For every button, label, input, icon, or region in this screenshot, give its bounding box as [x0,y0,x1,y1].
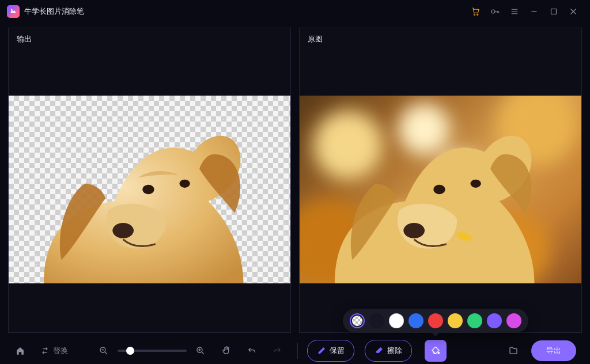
home-button[interactable] [9,340,31,362]
erase-label: 擦除 [387,346,402,356]
svg-point-10 [470,180,481,188]
background-color-control [425,340,447,362]
output-label: 输出 [9,28,290,47]
svg-point-6 [142,185,154,194]
undo-button[interactable] [241,340,263,362]
export-button[interactable]: 导出 [531,340,576,361]
maximize-button[interactable] [544,2,563,21]
svg-point-13 [437,352,440,354]
svg-point-3 [491,10,495,13]
folder-button[interactable] [502,340,524,362]
background-color-button[interactable] [425,340,447,362]
toolbar-divider [297,343,298,359]
svg-point-5 [112,223,134,238]
cart-icon[interactable] [466,2,485,21]
svg-rect-4 [551,9,557,14]
app-logo [7,5,20,18]
svg-point-0 [11,9,12,10]
bottom-toolbar: 替换 保留 擦除 [0,333,590,364]
svg-point-8 [403,223,425,238]
output-pane: 输出 [8,28,291,333]
zoom-out-button[interactable] [96,343,112,359]
dog-cutout [9,96,290,283]
color-swatch[interactable] [467,313,482,328]
output-canvas[interactable] [9,96,290,283]
app-title: 牛学长图片消除笔 [24,6,84,17]
color-swatch[interactable] [506,313,521,328]
zoom-slider-thumb[interactable] [126,347,134,355]
export-label: 导出 [546,346,561,356]
swap-label: 替换 [53,346,68,356]
zoom-slider[interactable] [118,350,187,352]
keep-button[interactable]: 保留 [307,340,354,362]
color-swatch[interactable] [389,313,404,328]
key-icon[interactable] [485,2,505,21]
svg-point-1 [474,14,475,15]
minimize-button[interactable] [524,2,544,21]
close-button[interactable] [563,2,583,21]
color-swatch[interactable] [409,313,423,328]
original-canvas[interactable] [300,96,581,283]
redo-button[interactable] [266,340,288,362]
pan-button[interactable] [215,340,237,362]
color-popover [343,309,528,333]
svg-point-2 [477,14,478,15]
svg-point-9 [433,185,445,194]
original-pane: 原图 [299,28,582,333]
original-label: 原图 [300,28,581,47]
workspace: 输出 [0,23,590,333]
zoom-controls [92,343,212,359]
erase-button[interactable]: 擦除 [365,340,412,362]
titlebar: 牛学长图片消除笔 [0,0,590,23]
keep-label: 保留 [330,346,345,356]
dog-original [300,96,581,283]
color-swatch[interactable] [428,313,443,328]
swap-button[interactable]: 替换 [35,340,74,362]
color-swatch[interactable] [350,313,365,328]
color-swatch[interactable] [487,313,502,328]
menu-icon[interactable] [505,2,524,21]
zoom-in-button[interactable] [192,343,209,359]
color-swatch[interactable] [369,313,384,328]
svg-point-7 [179,180,190,188]
color-swatch[interactable] [448,313,463,328]
